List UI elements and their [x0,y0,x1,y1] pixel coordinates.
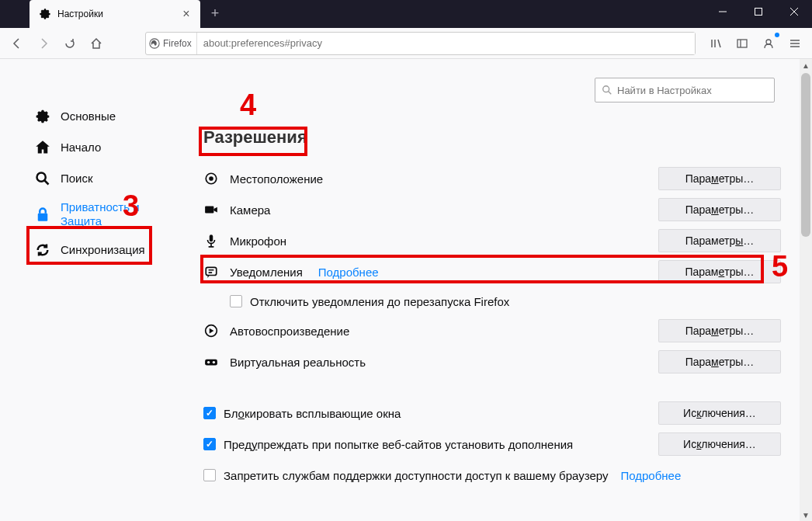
block-popups-checkbox[interactable] [203,407,216,419]
titlebar: Настройки × + [0,0,812,28]
sidebar-label: Начало [61,141,101,155]
account-button[interactable] [756,31,781,56]
sidebar-button[interactable] [730,31,755,56]
svg-rect-13 [205,359,217,366]
svg-rect-0 [755,9,762,16]
identity-box[interactable]: Firefox [146,33,197,54]
block-popups-row: Блокировать всплывающие окна Исключения… [203,398,781,429]
permission-row-camera: Камера Параметры… [203,194,781,225]
sidebar-item-general[interactable]: Основные [0,101,172,132]
prevent-accessibility-label: Запретить службам поддержки доступности … [224,469,608,482]
home-icon [34,139,51,156]
settings-button-microphone[interactable]: Параметры… [658,229,781,252]
svg-point-15 [213,361,215,363]
sidebar-label: Поиск [61,172,93,186]
exceptions-button-popups[interactable]: Исключения… [658,401,781,425]
notification-icon [203,264,219,280]
permission-label: Камера [230,203,270,217]
warn-addons-checkbox[interactable] [203,438,216,450]
warn-addons-row: Предупреждать при попытке веб-сайтов уст… [203,429,781,460]
sidebar-label: Основные [61,109,116,123]
gear-icon [39,8,51,20]
scrollbar[interactable]: ▲ ▼ [800,59,812,521]
preferences-main: Разрешения Местоположение Параметры… Кам… [172,59,812,521]
settings-button-notifications[interactable]: Параметры… [658,260,781,283]
svg-point-6 [603,86,609,92]
pause-notifications-checkbox[interactable] [230,295,242,307]
tab-close-button[interactable]: × [179,6,194,22]
permission-row-microphone: Микрофон Параметры… [203,225,781,256]
permission-row-autoplay: Автовоспроизведение Параметры… [203,315,781,346]
block-popups-label: Блокировать всплывающие окна [224,407,401,420]
reload-button[interactable] [57,31,82,56]
svg-point-7 [209,176,213,181]
learn-more-link[interactable]: Подробнее [620,469,681,482]
camera-icon [203,202,219,217]
svg-point-4 [37,173,46,182]
permission-row-location: Местоположение Параметры… [203,163,781,194]
back-button[interactable] [5,31,29,56]
browser-tab[interactable]: Настройки × [29,0,200,28]
window-minimize-button[interactable] [705,0,741,23]
settings-button-camera[interactable]: Параметры… [658,198,781,221]
scroll-down-button[interactable]: ▼ [800,509,812,521]
preferences-sidebar: Основные Начало Поиск Приватность и Защи… [0,59,172,521]
svg-rect-2 [737,40,747,47]
home-button[interactable] [84,31,109,56]
sidebar-item-home[interactable]: Начало [0,132,172,163]
tab-title: Настройки [57,9,172,19]
toolbar: Firefox [0,28,812,59]
permission-row-vr: Виртуальная реальность Параметры… [203,346,781,377]
sync-icon [34,241,51,259]
autoplay-icon [203,323,219,339]
url-input[interactable] [197,33,695,54]
vr-icon [203,354,219,370]
new-tab-button[interactable]: + [203,0,227,26]
permission-label: Виртуальная реальность [230,356,366,369]
svg-rect-11 [206,267,217,275]
svg-rect-9 [205,207,213,214]
permission-label: Уведомления [230,266,303,279]
prevent-accessibility-row: Запретить службам поддержки доступности … [203,460,781,491]
sidebar-item-sync[interactable]: Синхронизация [0,234,172,266]
settings-button-vr[interactable]: Параметры… [658,350,781,373]
permission-label: Местоположение [230,172,323,186]
microphone-icon [203,233,219,248]
sidebar-item-privacy[interactable]: Приватность и Защита [0,194,172,234]
svg-rect-10 [210,234,213,241]
permission-label: Автовоспроизведение [230,325,349,338]
permission-row-notifications: Уведомления Подробнее Параметры… [203,256,781,287]
search-icon [602,85,612,96]
permission-label: Микрофон [230,234,286,248]
pause-notifications-label: Отключить уведомления до перезапуска Fir… [250,295,509,308]
preferences-search-input[interactable] [617,85,768,96]
settings-button-autoplay[interactable]: Параметры… [658,319,781,342]
search-icon [34,170,51,187]
url-bar[interactable]: Firefox [145,32,696,55]
svg-point-14 [207,361,210,363]
notifications-pause-row: Отключить уведомления до перезапуска Fir… [203,287,781,315]
preferences-search[interactable] [595,78,775,102]
identity-label: Firefox [163,38,192,49]
prevent-accessibility-checkbox[interactable] [203,469,216,481]
warn-addons-label: Предупреждать при попытке веб-сайтов уст… [224,438,573,451]
sidebar-label: Приватность и Защита [61,200,163,228]
menu-button[interactable] [783,31,807,56]
learn-more-link[interactable]: Подробнее [318,266,379,279]
settings-button-location[interactable]: Параметры… [658,167,781,190]
svg-rect-5 [38,214,48,221]
scroll-up-button[interactable]: ▲ [800,59,812,71]
window-maximize-button[interactable] [741,0,776,23]
forward-button[interactable] [31,31,56,56]
location-icon [203,171,219,186]
exceptions-button-addons[interactable]: Исключения… [658,432,781,456]
library-button[interactable] [703,31,728,56]
svg-point-3 [766,40,771,44]
firefox-icon [149,38,160,49]
sidebar-label: Синхронизация [61,243,145,257]
sidebar-item-search[interactable]: Поиск [0,163,172,194]
section-title-permissions: Разрешения [203,127,307,148]
lock-icon [34,206,51,223]
scrollbar-thumb[interactable] [801,73,810,237]
window-close-button[interactable] [776,0,812,23]
